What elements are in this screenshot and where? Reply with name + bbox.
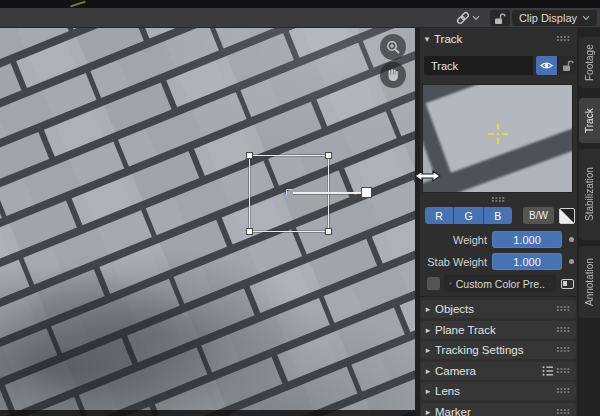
clip-viewport[interactable] [0,28,415,416]
swatch-card-icon [561,279,574,289]
clip-artifact [70,1,86,8]
panel-closed-arrow: ▸ [421,304,435,314]
rgb-button-group: R G B [425,207,512,224]
sidebar-region: ▾ Track Track [420,28,577,416]
chevron-down-icon [549,281,551,287]
panel-drag-grip[interactable] [557,327,571,333]
marker-corner-handle[interactable] [246,152,253,159]
panel-tracking-settings[interactable]: ▸ Tracking Settings [421,341,576,359]
weight-label: Weight [420,234,487,246]
unlock-icon [561,59,574,72]
eye-icon [540,60,553,71]
sidebar-tab-strip: Footage Track Stabilization Annotation [577,28,600,416]
collapsed-panels: ▸ Objects ▸ Plane Track ▸ Tracking Setti… [421,300,576,416]
stab-weight-label: Stab Weight [420,256,487,268]
stab-weight-animate-dot[interactable] [569,259,574,264]
panel-drag-grip[interactable] [557,347,571,353]
weight-row: Weight 1.000 [420,231,577,248]
marker-center-point[interactable] [286,189,292,195]
magnifier-plus-icon [386,40,401,55]
marker-corner-handle[interactable] [246,228,253,235]
panel-drag-grip[interactable] [557,388,571,394]
color-preset-add-button[interactable] [559,275,576,292]
panel-drag-grip[interactable] [557,306,571,312]
blender-clip-editor: Clip Display [0,0,600,416]
footage-shading [0,28,415,416]
track-pattern-preview[interactable] [422,84,573,193]
header-right-controls: Clip Display [453,10,597,26]
panel-separator [420,296,577,297]
panel-objects[interactable]: ▸ Objects [421,300,576,318]
adjacent-editor-edge [0,0,600,8]
clip-editor-header: Clip Display [0,8,600,28]
track-panel-header[interactable]: ▾ Track [420,30,577,48]
marker-slide-line [293,192,361,194]
channel-buttons-row: R G B B/W [425,207,575,224]
panel-drag-grip[interactable] [557,36,571,42]
preset-list-icon[interactable] [542,365,554,377]
panel-closed-arrow: ▸ [421,407,435,416]
weight-animate-dot[interactable] [569,237,574,242]
track-lock-toggle[interactable] [557,56,576,75]
color-preset-dropdown[interactable]: Custom Color Pre.. [444,275,556,292]
clip-display-label: Clip Display [519,12,577,24]
panel-camera[interactable]: ▸ Camera [421,362,576,380]
clip-display-dropdown[interactable]: Clip Display [512,10,597,26]
track-name-input[interactable]: Track [424,56,533,75]
tab-stabilization[interactable]: Stabilization [579,149,600,240]
chain-link-icon [455,10,471,26]
channel-b-button[interactable]: B [484,207,512,224]
pan-gizmo-button[interactable] [380,62,406,88]
channel-g-button[interactable]: G [454,207,483,224]
panel-closed-arrow: ▸ [421,386,435,396]
color-preset-label: Custom Color Pre.. [456,278,545,290]
panel-drag-grip[interactable] [557,409,571,415]
stab-weight-row: Stab Weight 1.000 [420,253,577,270]
lock-button[interactable] [490,10,510,26]
panel-closed-arrow: ▸ [421,325,435,335]
hand-icon [386,68,400,82]
marker-slide-handle[interactable] [361,187,372,198]
channel-r-button[interactable]: R [425,207,454,224]
preview-resize-grip[interactable] [492,197,506,203]
stab-weight-slider[interactable]: 1.000 [492,253,562,270]
tab-track[interactable]: Track [579,98,600,143]
unlock-icon [493,12,506,25]
panel-lens[interactable]: ▸ Lens [421,382,576,400]
marker-corner-handle[interactable] [325,228,332,235]
panel-closed-arrow: ▸ [421,345,435,355]
grayscale-button[interactable]: B/W [523,207,554,224]
track-name-row: Track [424,56,576,75]
clip-bottom-edge [0,410,415,416]
zoom-gizmo-button[interactable] [380,34,406,60]
custom-color-row: Custom Color Pre.. [420,275,577,292]
track-visibility-toggle[interactable] [536,56,557,75]
custom-color-checkbox[interactable] [427,277,440,290]
preset-list-icon [449,278,452,289]
clip-display-group: Clip Display [490,10,597,26]
preview-grayscale-toggle-icon[interactable] [559,208,575,224]
tab-annotation[interactable]: Annotation [579,246,600,318]
marker-corner-handle[interactable] [325,152,332,159]
tab-footage[interactable]: Footage [579,37,600,88]
panel-marker[interactable]: ▸ Marker [421,403,576,416]
track-name-value: Track [431,60,458,72]
stab-weight-value: 1.000 [513,256,541,268]
panel-drag-grip[interactable] [557,368,571,374]
chevron-down-icon [582,15,590,21]
chevron-down-icon [472,15,480,21]
panel-plane-track[interactable]: ▸ Plane Track [421,321,576,339]
panel-closed-arrow: ▸ [421,366,435,376]
weight-value: 1.000 [513,234,541,246]
panel-open-arrow: ▾ [420,34,434,44]
track-panel-title: Track [434,33,462,45]
link-scene-dropdown[interactable] [453,10,482,26]
weight-slider[interactable]: 1.000 [492,231,562,248]
resize-horizontal-cursor [414,168,441,184]
